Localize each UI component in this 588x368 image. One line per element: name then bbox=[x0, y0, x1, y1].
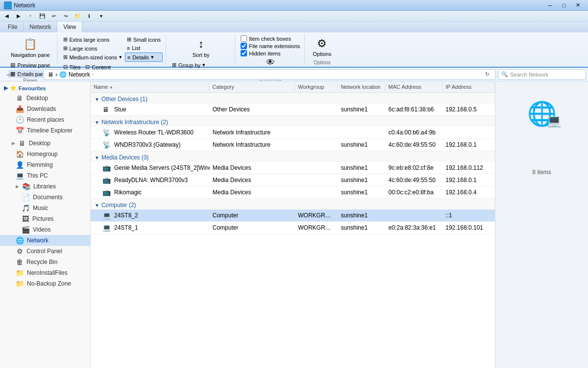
col-header-mac[interactable]: MAC Address bbox=[386, 82, 443, 91]
list-item[interactable]: 📺 Genie Media Servers (24ST8_2[Windows])… bbox=[91, 162, 495, 174]
sidebar-item-recent[interactable]: 🕐 Recent places bbox=[0, 114, 90, 125]
tab-file[interactable]: File bbox=[2, 22, 24, 32]
sidebar-item-this-pc[interactable]: 💻 This PC bbox=[0, 170, 90, 181]
col-netloc-label: Network location bbox=[341, 84, 380, 90]
group-computer[interactable]: ▼ Computer (2) bbox=[91, 199, 495, 210]
list-item[interactable]: 📺 Rikomagic Media Devices sunshine1 00:0… bbox=[91, 186, 495, 199]
address-path[interactable]: 🖥 › 🌐 Network › ↻ bbox=[43, 69, 496, 80]
undo-button[interactable]: ↩ bbox=[49, 12, 59, 21]
sidebar-item-network[interactable]: 🌐 Network bbox=[0, 235, 90, 246]
sort-by-button[interactable]: ↕ Sort by bbox=[189, 35, 214, 61]
sidebar-item-flemming[interactable]: 👤 Flemming bbox=[0, 159, 90, 170]
nav-pane-label: Navigation pane bbox=[11, 52, 50, 58]
col-header-netloc[interactable]: Network location bbox=[338, 82, 385, 91]
sidebar-item-timeline[interactable]: 📅 Timeline Explorer bbox=[0, 125, 90, 136]
favourites-header[interactable]: ▶ ⭐ Favourites bbox=[0, 83, 90, 93]
sidebar-item-downloads[interactable]: 📥 Downloads bbox=[0, 104, 90, 114]
tree-desktop-arrow: ▶ bbox=[12, 141, 15, 146]
back-button[interactable]: ◀ bbox=[2, 12, 12, 21]
sidebar-item-recycle-bin[interactable]: 🗑 Recycle Bin bbox=[0, 257, 90, 267]
extra-large-icons-button[interactable]: ⊞ Extra large icons bbox=[61, 35, 124, 44]
file-extensions-checkbox[interactable] bbox=[241, 43, 247, 49]
col-header-ip[interactable]: IP Address bbox=[442, 82, 495, 91]
up-button[interactable]: ↑ bbox=[25, 12, 35, 21]
list-item[interactable]: 💻 24ST8_2 Computer WORKGROUP sunshine1 :… bbox=[91, 210, 495, 222]
close-button[interactable]: ✕ bbox=[571, 0, 584, 10]
sidebar-item-desktop[interactable]: 🖥 Desktop bbox=[0, 93, 90, 104]
file-extensions-toggle[interactable]: File name extensions bbox=[241, 43, 300, 49]
window-controls: ─ □ ✕ bbox=[544, 0, 584, 10]
new-folder-button[interactable]: 📁 bbox=[73, 12, 82, 21]
col-header-category[interactable]: Category bbox=[209, 82, 295, 91]
sidebar-item-videos[interactable]: 🎬 Videos bbox=[0, 224, 90, 235]
col-header-name[interactable]: Name ▲ bbox=[91, 82, 209, 91]
minimize-button[interactable]: ─ bbox=[544, 0, 557, 10]
group-infra-label: Network Infrastructure (2) bbox=[101, 119, 168, 126]
item-check-boxes-checkbox[interactable] bbox=[241, 35, 247, 42]
group-media-collapse-icon: ▼ bbox=[95, 155, 99, 160]
options-button[interactable]: ⚙ Options bbox=[309, 35, 335, 60]
sidebar-item-pictures[interactable]: 🖼 Pictures bbox=[0, 213, 90, 224]
path-separator: › bbox=[55, 71, 57, 78]
list-item[interactable]: 📡 WNDR3700v3 (Gateway) Network Infrastru… bbox=[91, 139, 495, 151]
sidebar-item-music[interactable]: 🎵 Music bbox=[0, 203, 90, 213]
group-other-devices[interactable]: ▼ Other Devices (1) bbox=[91, 93, 495, 104]
col-workgroup-label: Workgroup bbox=[298, 84, 324, 90]
sidebar-item-libraries[interactable]: ▶ 📚 Libraries bbox=[0, 181, 90, 192]
address-refresh-button[interactable]: ↻ bbox=[483, 70, 491, 79]
small-icons-button[interactable]: ⊞ Small icons bbox=[125, 35, 163, 44]
control-panel-icon: ⚙ bbox=[16, 247, 24, 255]
up-nav-button[interactable]: ↑ bbox=[29, 69, 41, 80]
gateway-ip: 192.168.0.1 bbox=[442, 140, 495, 149]
navigation-pane-button[interactable]: 📋 Navigation pane bbox=[7, 35, 54, 61]
maximize-button[interactable]: □ bbox=[558, 0, 570, 10]
details-label: Details bbox=[132, 54, 149, 60]
search-box[interactable]: 🔍 Search Network bbox=[498, 69, 586, 80]
large-icons-button[interactable]: ⊞ Large icons bbox=[61, 44, 124, 53]
homegroup-icon: 🏠 bbox=[16, 150, 24, 158]
stue-ip: 192.168.0.5 bbox=[442, 105, 495, 114]
readydlna-icon: 📺 bbox=[102, 176, 111, 184]
gateway-workgroup bbox=[295, 144, 338, 146]
medium-icons-button[interactable]: ⊞ Medium-sized icons ▾ bbox=[61, 53, 124, 61]
sidebar-item-desktop-tree[interactable]: ▶ 🖥 Desktop bbox=[0, 138, 90, 149]
sidebar-item-homegroup[interactable]: 🏠 Homegroup bbox=[0, 149, 90, 159]
list-item[interactable]: 📡 Wireless Router TL-WDR3600 Network Inf… bbox=[91, 127, 495, 139]
group-media-devices[interactable]: ▼ Media Devices (3) bbox=[91, 151, 495, 162]
sidebar-item-control-panel[interactable]: ⚙ Control Panel bbox=[0, 246, 90, 257]
show-hide-items: Item check boxes File name extensions Hi… bbox=[241, 35, 300, 56]
stue-netloc: sunshine1 bbox=[338, 105, 386, 114]
extra-large-icon: ⊞ bbox=[63, 36, 68, 43]
list-item[interactable]: 💻 24ST8_1 Computer WORKGROUP sunshine1 e… bbox=[91, 222, 495, 234]
preview-pane-button[interactable]: ▤ Preview pane bbox=[8, 61, 52, 69]
forward-nav-button[interactable]: ▶ bbox=[16, 69, 27, 80]
small-label: Small icons bbox=[133, 37, 161, 43]
tab-view[interactable]: View bbox=[57, 22, 82, 32]
list-item[interactable]: 🖥 Stue Other Devices sunshine1 6c:ad:f8:… bbox=[91, 104, 495, 116]
readydlna-category: Media Devices bbox=[210, 176, 295, 184]
sidebar-item-documents[interactable]: 📄 Documents bbox=[0, 192, 90, 203]
col-header-workgroup[interactable]: Workgroup bbox=[295, 82, 338, 91]
forward-button[interactable]: ▶ bbox=[14, 12, 24, 21]
group-by-button[interactable]: ⊞ Group by ▾ bbox=[170, 61, 232, 69]
list-item[interactable]: 📺 ReadyDLNA: WNDR3700v3 Media Devices su… bbox=[91, 174, 495, 186]
hidden-items-checkbox[interactable] bbox=[241, 50, 247, 56]
file-list: Name ▲ Category Workgroup Network locati… bbox=[91, 81, 495, 368]
properties-button[interactable]: ℹ bbox=[84, 12, 94, 21]
sidebar-item-nobackup[interactable]: 📁 No-Backup Zone bbox=[0, 278, 90, 289]
details-button[interactable]: ≡ Details ▾ bbox=[125, 53, 163, 62]
ribbon-content: 📋 Navigation pane ▤ Preview pane ▦ Detai… bbox=[0, 32, 588, 67]
this-pc-icon: 💻 bbox=[16, 172, 24, 180]
path-icon: 🖥 bbox=[48, 71, 53, 78]
redo-button[interactable]: ↪ bbox=[61, 12, 71, 21]
back-nav-button[interactable]: ◀ bbox=[2, 69, 14, 80]
group-network-infra[interactable]: ▼ Network Infrastructure (2) bbox=[91, 116, 495, 127]
item-check-boxes-toggle[interactable]: Item check boxes bbox=[241, 35, 300, 42]
hidden-items-toggle[interactable]: Hidden items bbox=[241, 50, 300, 56]
flemming-label: Flemming bbox=[27, 161, 53, 168]
tab-network[interactable]: Network bbox=[24, 22, 57, 32]
save-button[interactable]: 💾 bbox=[37, 12, 47, 21]
sidebar-item-nero[interactable]: 📁 NeroInstallFiles bbox=[0, 267, 90, 278]
list-button[interactable]: ≡ List bbox=[125, 44, 163, 52]
toolbar-dropdown[interactable]: ▾ bbox=[96, 12, 106, 21]
